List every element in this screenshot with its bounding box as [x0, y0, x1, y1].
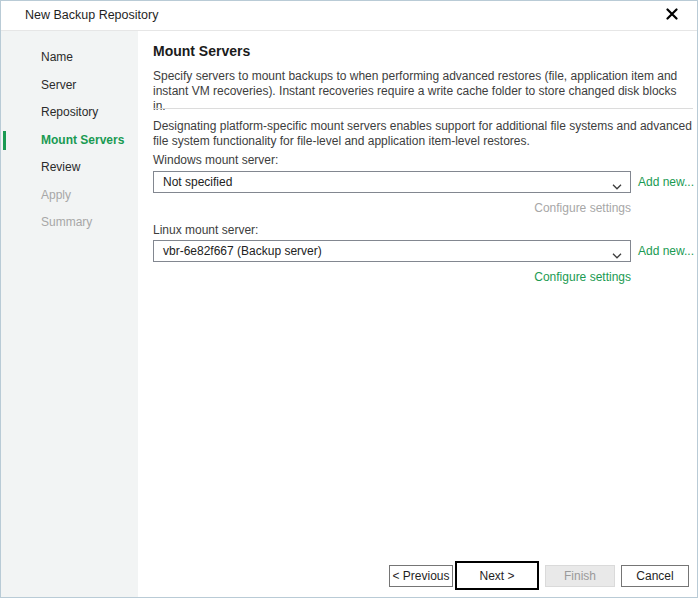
- cancel-button[interactable]: Cancel: [621, 565, 689, 587]
- linux-configure-settings-link[interactable]: Configure settings: [153, 270, 631, 284]
- wizard-content: Mount Servers Specify servers to mount b…: [138, 31, 697, 597]
- linux-mount-server-select[interactable]: vbr-6e82f667 (Backup server): [153, 240, 631, 262]
- wizard-steps-sidebar: Name Server Repository Mount Servers Rev…: [1, 31, 138, 597]
- windows-add-new-link[interactable]: Add new...: [638, 175, 698, 189]
- sidebar-item-mount-servers[interactable]: Mount Servers: [1, 127, 138, 155]
- next-button[interactable]: Next >: [455, 561, 539, 590]
- sidebar-item-apply: Apply: [1, 182, 138, 210]
- chevron-down-icon: [612, 248, 622, 254]
- linux-add-new-link[interactable]: Add new...: [638, 244, 698, 258]
- window-title: New Backup Repository: [25, 1, 158, 30]
- sidebar-item-review[interactable]: Review: [1, 154, 138, 182]
- windows-mount-server-label: Windows mount server:: [153, 153, 278, 167]
- windows-mount-server-value: Not specified: [163, 175, 232, 189]
- finish-button: Finish: [545, 565, 615, 587]
- previous-button[interactable]: < Previous: [389, 565, 453, 587]
- new-backup-repository-dialog: New Backup Repository Name Server Reposi…: [0, 0, 698, 598]
- linux-mount-server-value: vbr-6e82f667 (Backup server): [163, 244, 322, 258]
- sidebar-item-server[interactable]: Server: [1, 72, 138, 100]
- title-bar: New Backup Repository: [1, 1, 697, 31]
- sidebar-item-name[interactable]: Name: [1, 44, 138, 72]
- close-button[interactable]: [657, 1, 687, 30]
- sidebar-item-summary: Summary: [1, 209, 138, 237]
- page-title: Mount Servers: [153, 43, 250, 59]
- sidebar-item-repository[interactable]: Repository: [1, 99, 138, 127]
- description-text: Designating platform-specific mount serv…: [153, 119, 698, 149]
- linux-mount-server-label: Linux mount server:: [153, 223, 258, 237]
- windows-configure-settings-link: Configure settings: [153, 201, 631, 215]
- section-divider: [153, 108, 693, 109]
- close-icon: [666, 8, 678, 23]
- windows-mount-server-select[interactable]: Not specified: [153, 171, 631, 193]
- chevron-down-icon: [612, 179, 622, 185]
